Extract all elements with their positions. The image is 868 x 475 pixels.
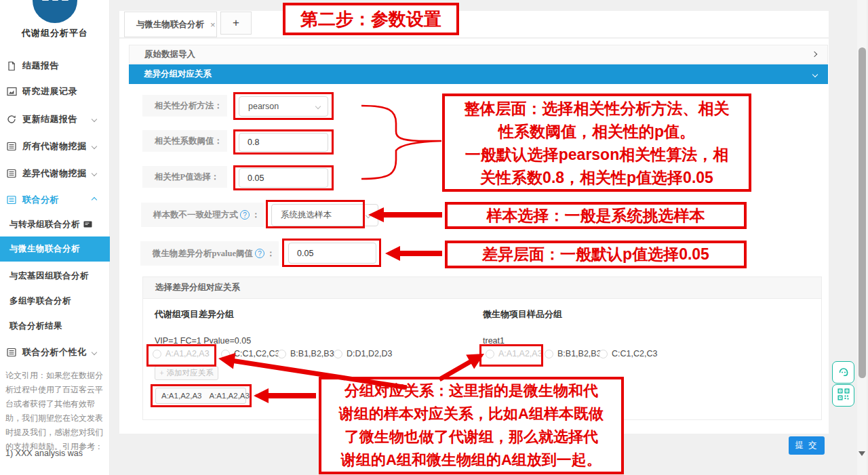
platform-logo (33, 0, 77, 23)
radio-label[interactable]: C:C1,C2,C3 (234, 349, 279, 358)
headset-icon (837, 365, 850, 381)
correlation-coef-input[interactable] (239, 133, 328, 152)
annotation-overall: 整体层面：选择相关性分析方法、相关 性系数阈值，相关性的p值。 一般默认选择pe… (442, 94, 751, 192)
chevron-down-icon (92, 144, 97, 149)
chevron-down-icon (315, 104, 321, 109)
chevron-down-icon (92, 117, 97, 122)
mapping-tag: A:A1,A2,A3 A:A1,A2,A3 × (155, 388, 246, 404)
microbe-pvalue-input[interactable] (288, 243, 376, 264)
radio-label[interactable]: C:C1,C2,C3 (612, 349, 657, 358)
tab-microbiome-joint[interactable]: 与微生物联合分析 × (124, 12, 217, 37)
sidebar-item-joint-custom[interactable]: 联合分析个性化 (0, 346, 110, 359)
label-correlation-pvalue: 相关性P值选择： (142, 166, 227, 188)
radio-metabolome-groupB[interactable] (277, 350, 286, 358)
annotation-pvalue: 差异层面：一般默认p值选择0.05 (445, 241, 747, 268)
screen-icon (83, 221, 92, 228)
close-icon[interactable]: × (210, 20, 216, 30)
radio-label[interactable]: A:A1,A2,A3 (165, 349, 210, 358)
radio-metabolome-groupA[interactable] (153, 350, 161, 358)
radio-label[interactable]: A:A1,A2,A3 (498, 349, 542, 358)
chevron-down-icon (812, 71, 818, 77)
chevron-down-icon (92, 350, 97, 355)
list-icon (7, 348, 17, 358)
list-icon (7, 195, 17, 205)
sample-mismatch-select[interactable]: 系统挑选样本 (271, 204, 378, 226)
customer-service-button[interactable] (832, 361, 854, 384)
radio-metabolome-groupC[interactable] (221, 350, 230, 358)
radio-microbiome-groupB[interactable] (545, 350, 553, 358)
chevron-down-icon (92, 171, 97, 176)
sidebar-item-report[interactable]: 结题报告 (0, 59, 110, 73)
plus-icon: + (159, 369, 164, 377)
annotation-step2: 第二步：参数设置 (283, 3, 459, 35)
help-icon[interactable]: ? (255, 249, 264, 258)
tag-close-icon[interactable]: × (255, 391, 260, 400)
accordion-diff-group-mapping[interactable]: 差异分组对应关系 (129, 64, 828, 84)
label-correlation-method: 相关性分析方法： (142, 95, 227, 117)
sidebar-subitem-metagenome[interactable]: 与宏基因组联合分析 (0, 268, 110, 283)
logo-glyph (52, 0, 58, 1)
annotation-grouping: 分组对应关系：这里指的是微生物和代 谢组的样本对应关系，比如A组样本既做 了微生… (319, 377, 624, 474)
label-correlation-coef: 相关性系数阈值： (142, 130, 227, 152)
annotation-sample: 样本选择：一般是系统挑选样本 (445, 202, 747, 229)
refresh-icon (7, 115, 17, 125)
list-icon (7, 142, 17, 152)
sidebar-item-diff-metabolites[interactable]: 差异代谢物挖掘 (0, 167, 110, 180)
metabolome-group-title: 代谢组项目差异分组 (155, 308, 234, 321)
sidebar-item-joint-analysis[interactable]: 联合分析 (0, 193, 110, 207)
radio-label[interactable]: B:B1,B2,B3 (290, 349, 334, 358)
list-icon (7, 169, 17, 179)
sidebar-subitem-transcriptome[interactable]: 与转录组联合分析 (0, 217, 110, 232)
tab-bar: 与微生物联合分析 × + (119, 11, 829, 37)
help-icon[interactable]: ? (240, 210, 250, 220)
platform-name: 代谢组分析平台 (0, 27, 110, 39)
label-microbe-pvalue: 微生物差异分析pvalue阈值 ? ： (140, 241, 279, 266)
chevron-down-icon (366, 212, 371, 218)
microbiome-group-treat: treat1 (483, 336, 505, 346)
sidebar: 代谢组分析平台 结题报告 研究进展记录 更新结题报告 所有代谢物挖掘 差异代谢物… (0, 0, 110, 475)
add-mapping-button[interactable]: + 添加对应关系 (155, 366, 218, 380)
logo-glyph (62, 0, 68, 1)
sidebar-item-progress[interactable]: 研究进展记录 (0, 85, 110, 98)
add-tab-button[interactable]: + (220, 12, 252, 35)
sidebar-subitem-multiomics[interactable]: 多组学联合分析 (0, 293, 110, 308)
group-mapping-header: 选择差异分组对应关系 (143, 277, 821, 299)
radio-label[interactable]: B:B1,B2,B3 (557, 349, 601, 358)
qr-code-button[interactable] (832, 384, 854, 407)
microbiome-group-title: 微生物项目样品分组 (483, 308, 562, 321)
radio-metabolome-groupD[interactable] (334, 350, 342, 358)
submit-button[interactable]: 提 交 (789, 436, 825, 455)
sidebar-subitem-microbiome-active[interactable]: 与微生物联合分析 (0, 236, 110, 262)
file-icon (7, 61, 17, 71)
logo-glyph (42, 0, 49, 1)
radio-microbiome-groupC[interactable] (599, 350, 608, 358)
scroll-down-arrow[interactable] (859, 451, 865, 456)
chevron-right-icon (812, 51, 817, 57)
sidebar-item-all-metabolites[interactable]: 所有代谢物挖掘 (0, 140, 110, 153)
chart-icon (7, 87, 17, 97)
sidebar-subitem-joint-results[interactable]: 联合分析结果 (0, 318, 110, 333)
label-sample-mismatch: 样本数不一致处理方式 ? ： (141, 203, 264, 227)
correlation-pvalue-input[interactable] (239, 168, 328, 188)
scrollbar-thumb[interactable] (859, 47, 866, 378)
accordion-raw-data-import[interactable]: 原始数据导入 (129, 45, 828, 64)
radio-label[interactable]: D:D1,D2,D3 (347, 349, 392, 358)
citation-text: 论文引用：如果您在数据分析过程中使用了百迈客云平台或者获得了其他有效帮助，我们期… (5, 369, 106, 454)
qr-code-icon (837, 388, 850, 403)
chevron-up-icon (92, 197, 97, 203)
radio-microbiome-groupA[interactable] (486, 350, 494, 358)
sidebar-item-update-report[interactable]: 更新结题报告 (0, 112, 110, 126)
citation-reference: 1) XXX analysis was (5, 449, 106, 458)
correlation-method-select[interactable]: pearson (239, 96, 328, 117)
metabolome-group-params: VIP=1 FC=1 Pvalue=0.05 (155, 336, 251, 346)
